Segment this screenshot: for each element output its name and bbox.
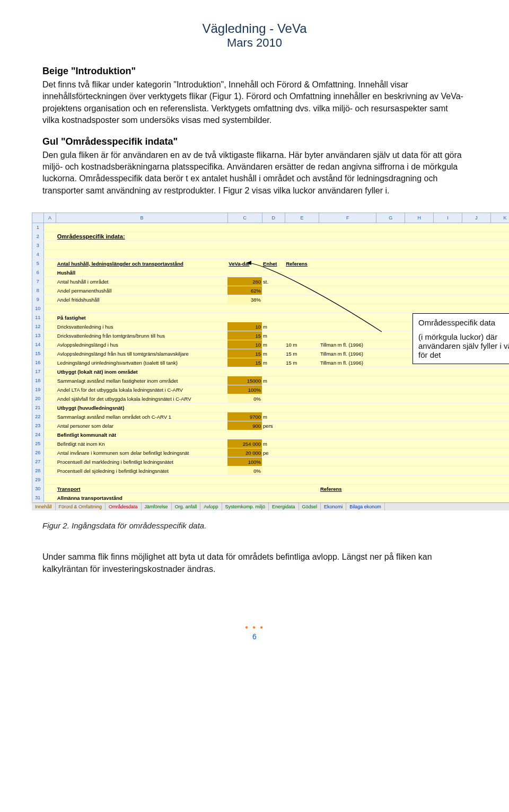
ss-r18-label: Sammanlagt avstånd mellan fastigheter in… — [56, 376, 228, 385]
ss-r9-label: Andel fritidshushåll — [56, 295, 228, 304]
section2-heading: Gul "Områdesspecifik indata" — [42, 136, 467, 147]
ss-r26-val[interactable]: 20 000 — [227, 448, 262, 457]
section1-heading: Beige "Introduktion" — [42, 66, 467, 77]
ss-r16-u: m — [262, 358, 285, 367]
ss-r27-val[interactable]: 100% — [227, 457, 262, 466]
ss-r28-label: Procentuell del sjöledning i befintligt … — [56, 466, 228, 475]
ss-r16-ref: Tillman m fl. (1996) — [319, 358, 376, 367]
ss-r6: Hushåll — [56, 268, 228, 277]
ss-r7-val[interactable]: 280 — [227, 277, 262, 286]
ss-r5-unit: Enhet — [262, 259, 285, 268]
page-header-subtitle: Mars 2010 — [42, 36, 467, 50]
ss-r28-val: 0% — [227, 466, 262, 475]
lower-paragraph: Under samma flik finns möjlighet att byt… — [42, 551, 467, 575]
ss-r8-label: Andel permanenthushåll — [56, 286, 228, 295]
annotation-body: (i mörkgula luckor) där användaren själv… — [418, 332, 509, 359]
tab-4[interactable]: Org. anfall — [172, 503, 201, 510]
figure-caption: Figur 2. Ingångsdata för områdesspecifik… — [42, 521, 467, 530]
ss-r23-label: Antal personer som delar — [56, 421, 228, 430]
tab-9[interactable]: Ekonomi — [321, 503, 346, 510]
ss-r5-veva: VeVa-dal — [227, 259, 262, 268]
page-header-title: Vägledning - VeVa — [42, 21, 467, 36]
col-corner — [32, 213, 44, 223]
page-footer: • • • 6 — [42, 623, 467, 641]
section1-body: Det finns två flikar under kategorin "In… — [42, 79, 467, 127]
col-E: E — [285, 213, 319, 223]
ss-r14-val[interactable]: 10 — [227, 340, 262, 349]
annotation-callout: Områdesspecifik data (i mörkgula luckor)… — [413, 313, 509, 364]
ss-r13-u: m — [262, 331, 285, 340]
ss-r16-d: 15 m — [285, 358, 319, 367]
tab-1[interactable]: Förord & Omfattning — [56, 503, 106, 510]
spreadsheet-figure: A B C D E F G H I J K 1 2Områdesspecifik… — [32, 213, 509, 510]
ss-r12-u: m — [262, 322, 285, 331]
col-H: H — [405, 213, 434, 223]
ss-r20-val: 0% — [227, 394, 262, 403]
col-D: D — [262, 213, 285, 223]
ss-r22-u: m — [262, 412, 285, 421]
ss-r13-val[interactable]: 15 — [227, 331, 262, 340]
col-C: C — [227, 213, 262, 223]
ss-r15-d: 15 m — [285, 349, 319, 358]
tab-7[interactable]: Energidata — [269, 503, 299, 510]
ss-r16-label: Ledningslängd urinledning/svartvatten (t… — [56, 358, 228, 367]
col-F: F — [319, 213, 376, 223]
tab-8[interactable]: Gödsel — [299, 503, 321, 510]
col-G: G — [376, 213, 405, 223]
ss-r25-label: Befintligt nät inom Kn — [56, 439, 228, 448]
ss-r20-label: Andel självfall för det utbyggda lokala … — [56, 394, 228, 403]
col-B: B — [56, 213, 228, 223]
ss-r26-u: pe — [262, 448, 285, 457]
ss-r23-u: pers — [262, 421, 285, 430]
footer-dots-icon: • • • — [42, 623, 467, 632]
ss-r30-ref: Referens — [319, 484, 376, 493]
col-J: J — [462, 213, 491, 223]
ss-r17: Utbyggt (lokalt nät) inom området — [56, 367, 228, 376]
ss-r19-label: Andel LTA för det utbyggda lokala lednin… — [56, 385, 228, 394]
tab-0[interactable]: Innehåll — [32, 503, 56, 510]
ss-r18-val[interactable]: 15000 — [227, 376, 262, 385]
ss-r16-val[interactable]: 15 — [227, 358, 262, 367]
ss-r30: Transport — [56, 484, 228, 493]
ss-r25-val[interactable]: 254 000 — [227, 439, 262, 448]
ss-r26-label: Antal invånare i kommunen som delar befi… — [56, 448, 228, 457]
ss-r25-u: m — [262, 439, 285, 448]
tab-10[interactable]: Bilaga ekonom — [346, 503, 385, 510]
col-header-row: A B C D E F G H I J K — [32, 213, 510, 223]
ss-r19-val[interactable]: 100% — [227, 385, 262, 394]
ss-r13-label: Dricksvattenledning från tomtgräns/brunn… — [56, 331, 228, 340]
ss-r22-val[interactable]: 9700 — [227, 412, 262, 421]
ss-r7-label: Antal hushåll i området — [56, 277, 228, 286]
ss-r15-ref: Tillman m fl. (1996) — [319, 349, 376, 358]
ss-r8-val[interactable]: 62% — [227, 286, 262, 295]
tab-5[interactable]: Avlopp — [200, 503, 222, 510]
ss-r15-u: m — [262, 349, 285, 358]
ss-r14-d: 10 m — [285, 340, 319, 349]
tab-6[interactable]: Systemkomp. miljö — [222, 503, 269, 510]
col-I: I — [434, 213, 462, 223]
ss-title-cell: Områdesspecifik indata: — [56, 232, 228, 241]
tab-2[interactable]: Områdesdata — [106, 503, 142, 510]
ss-r5-label: Antal hushåll, ledningslängder och trans… — [56, 259, 228, 268]
col-A: A — [43, 213, 56, 223]
ss-r11: På fastighet — [56, 313, 228, 322]
ss-r24: Befintligt kommunalt nät — [56, 430, 228, 439]
sheet-tabs: Innehåll Förord & Omfattning Områdesdata… — [32, 502, 509, 510]
ss-r12-val[interactable]: 10 — [227, 322, 262, 331]
annotation-title: Områdesspecifik data — [418, 318, 509, 327]
ss-r22-label: Sammanlagt avstånd mellan området och C-… — [56, 412, 228, 421]
ss-r21: Utbyggt (huvudledningsnät) — [56, 403, 228, 412]
ss-r23-val[interactable]: 900 — [227, 421, 262, 430]
ss-r14-u: m — [262, 340, 285, 349]
ss-r18-u: m — [262, 376, 285, 385]
ss-r15-val[interactable]: 15 — [227, 349, 262, 358]
ss-r12-label: Dricksvattenledning i hus — [56, 322, 228, 331]
ss-r14-label: Avloppsledningslängd i hus — [56, 340, 228, 349]
ss-r15-label: Avloppsledningslängd från hus till tomtg… — [56, 349, 228, 358]
col-K: K — [490, 213, 509, 223]
ss-r14-ref: Tillman m fl. (1996) — [319, 340, 376, 349]
section2-body: Den gula fliken är för användaren en av … — [42, 149, 467, 197]
ss-r31: Allmänna transportavstånd — [56, 493, 228, 502]
ss-r27-label: Procentuell del markledning i befintligt… — [56, 457, 228, 466]
tab-3[interactable]: Jämförelse — [142, 503, 172, 510]
